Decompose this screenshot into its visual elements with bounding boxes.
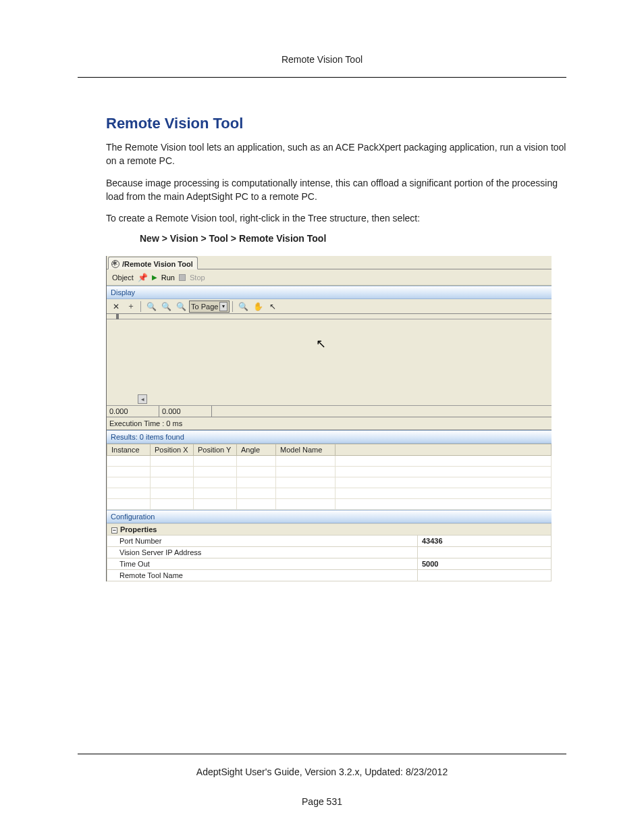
results-section-header: Results: 0 items found <box>107 430 552 444</box>
body-paragraph-1: The Remote Vision tool lets an applicati… <box>106 140 566 168</box>
section-heading: Remote Vision Tool <box>106 115 566 132</box>
body-paragraph-2: Because image processing is computationa… <box>106 176 566 204</box>
coord-x: 0.000 <box>107 406 159 417</box>
col-position-y[interactable]: Position Y <box>194 444 237 456</box>
to-page-label: To Page <box>191 303 218 311</box>
col-position-x[interactable]: Position X <box>151 444 194 456</box>
header-rule <box>78 77 566 78</box>
to-page-dropdown[interactable]: To Page ▾ <box>189 301 230 313</box>
col-instance[interactable]: Instance <box>107 444 151 456</box>
tools-icon[interactable]: ✕ <box>109 301 123 313</box>
scroll-left-button[interactable]: ◂ <box>138 394 147 404</box>
display-section-header: Display <box>107 286 552 299</box>
body-paragraph-3: To create a Remote Vision tool, right-cl… <box>106 211 566 225</box>
chevron-down-icon: ▾ <box>219 302 227 311</box>
cursor-icon: ↖ <box>316 336 326 351</box>
footer-guide-text: AdeptSight User's Guide, Version 3.2.x, … <box>0 766 644 777</box>
display-toolbar: ✕ ＋ 🔍 🔍 🔍 To Page ▾ 🔍 ✋ ↖ <box>107 299 552 314</box>
property-label: Vision Server IP Address <box>107 547 418 558</box>
play-icon[interactable]: ▶ <box>152 273 157 281</box>
property-row-ip[interactable]: Vision Server IP Address <box>107 547 552 558</box>
stop-button: Stop <box>190 273 205 282</box>
property-value[interactable] <box>418 547 552 558</box>
table-row <box>107 499 552 510</box>
zoom-in-icon[interactable]: 🔍 <box>144 301 158 313</box>
gear-icon <box>111 260 119 268</box>
separator <box>232 301 234 312</box>
object-toolbar: Object 📌 ▶ Run Stop <box>107 269 552 286</box>
canvas-ruler <box>107 314 552 319</box>
pointer-icon[interactable]: ↖ <box>266 301 279 313</box>
table-row <box>107 477 552 488</box>
footer-rule <box>78 754 566 754</box>
hand-icon[interactable]: ✋ <box>251 301 265 313</box>
col-angle[interactable]: Angle <box>237 444 276 456</box>
display-canvas[interactable]: ↖ ◂ <box>107 319 552 406</box>
table-row <box>107 488 552 499</box>
table-row <box>107 456 552 467</box>
tab-strip: /Remote Vision Tool <box>107 256 552 269</box>
property-row-remote-name[interactable]: Remote Tool Name <box>107 570 552 581</box>
object-menu[interactable]: Object <box>112 273 134 282</box>
properties-grid: −Properties Port Number 43436 Vision Ser… <box>107 523 552 581</box>
coord-y: 0.000 <box>159 406 212 417</box>
execution-time: Execution Time : 0 ms <box>107 417 552 430</box>
document-page: Remote Vision Tool Remote Vision Tool Th… <box>0 0 644 834</box>
tab-label: /Remote Vision Tool <box>122 260 193 268</box>
zoom-out-icon[interactable]: 🔍 <box>159 301 173 313</box>
pin-icon[interactable]: 📌 <box>138 273 148 282</box>
properties-group-label: Properties <box>120 525 157 533</box>
tab-remote-vision-tool[interactable]: /Remote Vision Tool <box>108 257 198 269</box>
configuration-section-header: Configuration <box>107 510 552 523</box>
property-value[interactable]: 5000 <box>418 558 552 570</box>
coordinate-bar: 0.000 0.000 <box>107 406 552 417</box>
separator <box>140 301 142 312</box>
property-value[interactable] <box>418 570 552 581</box>
results-table: Instance Position X Position Y Angle Mod… <box>107 444 552 510</box>
property-label: Remote Tool Name <box>107 570 418 581</box>
table-row <box>107 467 552 477</box>
menu-path: New > Vision > Tool > Remote Vision Tool <box>140 233 566 244</box>
run-button[interactable]: Run <box>161 273 175 282</box>
property-row-timeout[interactable]: Time Out 5000 <box>107 558 552 570</box>
app-window: /Remote Vision Tool Object 📌 ▶ Run Stop … <box>106 256 552 581</box>
col-model-name[interactable]: Model Name <box>276 444 336 456</box>
collapse-icon[interactable]: − <box>111 527 117 533</box>
page-number: Page 531 <box>0 796 644 807</box>
crosshair-icon[interactable]: ＋ <box>124 301 138 313</box>
property-label: Port Number <box>107 536 418 547</box>
property-label: Time Out <box>107 558 418 570</box>
property-row-port[interactable]: Port Number 43436 <box>107 536 552 547</box>
col-spacer <box>336 444 552 456</box>
properties-group-row[interactable]: −Properties <box>107 524 552 536</box>
stop-icon <box>179 274 186 281</box>
page-footer: AdeptSight User's Guide, Version 3.2.x, … <box>0 754 644 807</box>
property-value[interactable]: 43436 <box>418 536 552 547</box>
page-header-title: Remote Vision Tool <box>78 54 566 65</box>
zoom-100-icon[interactable]: 🔍 <box>174 301 188 313</box>
zoom-region-icon[interactable]: 🔍 <box>236 301 250 313</box>
